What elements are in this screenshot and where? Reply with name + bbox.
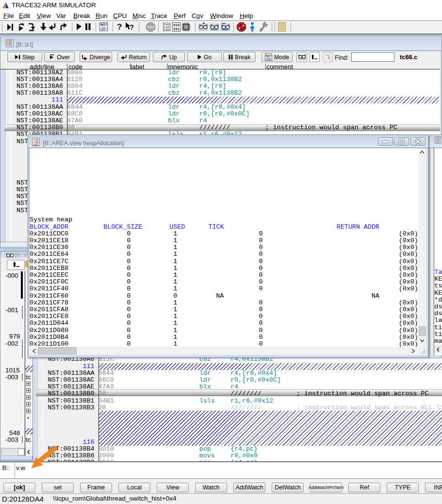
svg-text:STOP: STOP [147,26,154,29]
svg-text:NO?: NO? [100,23,107,26]
svg-text:NO?: NO? [266,54,272,57]
svg-text:010: 010 [173,23,180,27]
svg-text:101: 101 [173,27,180,31]
svg-text:?: ? [130,23,134,31]
svg-text:?: ? [117,22,122,32]
